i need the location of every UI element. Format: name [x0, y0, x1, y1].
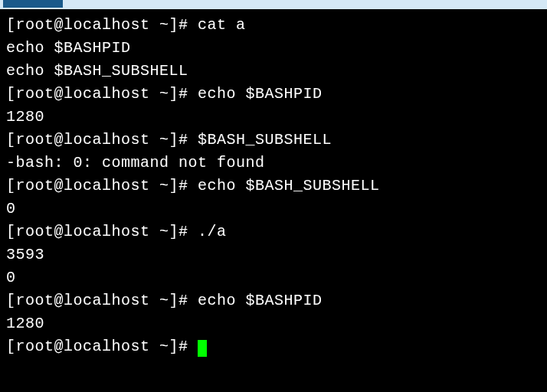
terminal-area[interactable]: [root@localhost ~]# cat a echo $BASHPID …: [0, 9, 547, 363]
terminal-line: -bash: 0: command not found: [6, 152, 541, 175]
tab-bar: [0, 0, 547, 9]
terminal-line: 0: [6, 198, 541, 220]
terminal-prompt-line: [root@localhost ~]#: [6, 335, 541, 358]
terminal-line: [root@localhost ~]# ./a: [6, 220, 541, 243]
terminal-line: [root@localhost ~]# echo $BASHPID: [6, 83, 541, 106]
terminal-line: echo $BASHPID: [6, 37, 541, 60]
terminal-line: 1280: [6, 106, 541, 129]
terminal-prompt-text: [root@localhost ~]#: [6, 338, 198, 355]
terminal-line: [root@localhost ~]# echo $BASH_SUBSHELL: [6, 175, 541, 198]
terminal-line: echo $BASH_SUBSHELL: [6, 60, 541, 83]
terminal-line: [root@localhost ~]# echo $BASHPID: [6, 289, 541, 312]
terminal-line: 3593: [6, 243, 541, 266]
terminal-line: [root@localhost ~]# cat a: [6, 14, 541, 37]
terminal-line: 1280: [6, 312, 541, 335]
terminal-line: 0: [6, 266, 541, 289]
terminal-line: [root@localhost ~]# $BASH_SUBSHELL: [6, 129, 541, 152]
terminal-tab[interactable]: [3, 0, 63, 8]
cursor-icon: [198, 340, 207, 357]
